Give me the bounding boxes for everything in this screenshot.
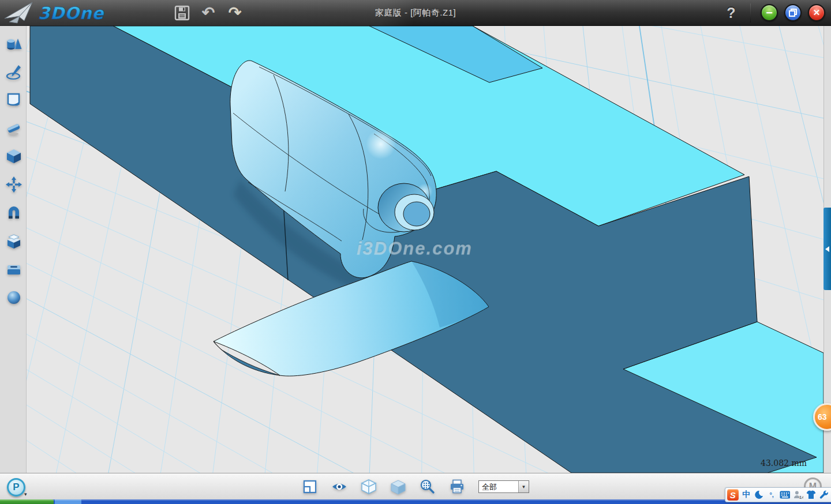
display-filter-value: 全部 <box>479 481 518 492</box>
titlebar: 3DOne 家庭版 - [阿帕奇.Z1] ↶ ↷ <box>0 0 831 26</box>
plan-badge-dropdown-arrow[interactable]: ▾ <box>24 491 27 497</box>
notification-count: 63 <box>818 412 827 422</box>
minimize-icon: − <box>766 6 773 20</box>
wrench-icon <box>819 490 829 499</box>
sidebar-item-magnet-assembly[interactable] <box>5 204 23 222</box>
eraser-icon <box>5 119 23 137</box>
ime-toolbar: S 中 °, 14 <box>725 487 831 502</box>
sidebar-item-surface[interactable] <box>5 91 23 109</box>
ime-logo-button[interactable]: S <box>727 489 739 501</box>
window-controls: − ✕ <box>761 4 825 21</box>
sidebar-item-combine[interactable] <box>5 232 23 250</box>
moon-icon <box>754 490 763 499</box>
ime-softkeyboard-button[interactable] <box>780 489 791 501</box>
view-plane-icon <box>302 479 317 494</box>
plan-badge-letter: P <box>13 482 19 493</box>
save-button[interactable] <box>173 5 190 22</box>
application-window: 3DOne 家庭版 - [阿帕奇.Z1] ↶ ↷ <box>0 0 831 504</box>
redo-icon: ↷ <box>229 5 242 21</box>
chevron-left-icon <box>825 246 829 252</box>
ime-logo-letter: S <box>730 490 736 500</box>
ime-lang-button[interactable]: 中 <box>742 489 751 501</box>
primitive-solids-icon <box>5 36 23 53</box>
ime-settings-button[interactable] <box>819 489 829 501</box>
view-toolbar: 全部 ▼ <box>0 473 831 499</box>
ime-fullhalf-button[interactable] <box>754 489 764 501</box>
shaded-cube-icon <box>390 479 406 495</box>
sidebar-item-move[interactable] <box>5 175 23 194</box>
close-icon: ✕ <box>813 7 821 18</box>
save-icon <box>174 5 190 21</box>
titlebar-tools: ↶ ↷ <box>173 0 244 26</box>
redo-button[interactable]: ↷ <box>226 5 244 22</box>
view-plane-button[interactable] <box>302 479 318 495</box>
sidebar-item-eraser-edit[interactable] <box>5 119 23 137</box>
close-button[interactable]: ✕ <box>808 4 825 21</box>
print-button[interactable] <box>449 479 465 495</box>
minimize-button[interactable]: − <box>761 4 778 21</box>
visibility-button[interactable] <box>331 479 347 495</box>
pod-highlight <box>366 129 396 159</box>
sidebar-item-sketch[interactable] <box>5 63 23 81</box>
tshirt-icon <box>806 490 816 499</box>
keyboard-icon <box>780 491 791 499</box>
sidebar-item-material-sphere[interactable] <box>5 288 23 307</box>
svg-text:14: 14 <box>799 495 803 499</box>
surface-sheet-icon <box>5 91 23 108</box>
display-filter-dropdown-button[interactable]: ▼ <box>518 481 529 492</box>
window-title: 家庭版 - [阿帕奇.Z1] <box>0 0 831 26</box>
model-apache[interactable] <box>30 26 823 473</box>
display-filter-select[interactable]: 全部 ▼ <box>478 480 529 493</box>
magnifier-icon <box>420 479 436 495</box>
wireframe-cube-icon <box>361 479 377 495</box>
ime-punctuation-button[interactable]: °, <box>767 489 777 501</box>
restore-button[interactable] <box>784 4 802 21</box>
sketch-pencil-icon <box>5 63 23 81</box>
sidebar-item-primitive-solids[interactable] <box>5 35 23 54</box>
os-taskbar[interactable] <box>0 499 831 504</box>
ime-skin-button[interactable] <box>806 489 816 501</box>
magnet-icon <box>5 204 23 221</box>
zoom-search-button[interactable] <box>420 479 436 495</box>
tool-sidebar <box>0 26 27 473</box>
toolbox-icon <box>5 261 23 278</box>
chevron-down-icon: ▼ <box>522 484 526 490</box>
undo-icon: ↶ <box>202 5 215 21</box>
panel-flyout-tab[interactable] <box>823 208 831 290</box>
user-icon: 14 <box>793 490 803 499</box>
eye-icon <box>331 479 347 494</box>
viewport-canvas[interactable]: i3DOne.com 43.082 mm <box>27 26 823 473</box>
shaded-view-button[interactable] <box>390 479 406 495</box>
sidebar-item-feature-modeling[interactable] <box>5 147 23 166</box>
ime-lang-label: 中 <box>742 490 750 500</box>
material-sphere-icon <box>5 289 23 306</box>
undo-button[interactable]: ↶ <box>200 5 217 22</box>
restore-icon <box>789 9 797 17</box>
plan-mode-badge[interactable]: P <box>7 478 25 497</box>
combine-solids-icon <box>5 232 23 250</box>
titlebar-separator <box>750 3 751 22</box>
taskbar-highlight <box>0 499 831 501</box>
sidebar-item-toolbox[interactable] <box>5 260 23 279</box>
move-arrows-icon <box>5 176 23 193</box>
feature-cube-icon <box>5 148 23 165</box>
wireframe-view-button[interactable] <box>361 479 377 495</box>
ime-account-button[interactable]: 14 <box>793 489 803 501</box>
help-button[interactable]: ? <box>723 0 740 26</box>
printer-icon <box>449 479 465 495</box>
